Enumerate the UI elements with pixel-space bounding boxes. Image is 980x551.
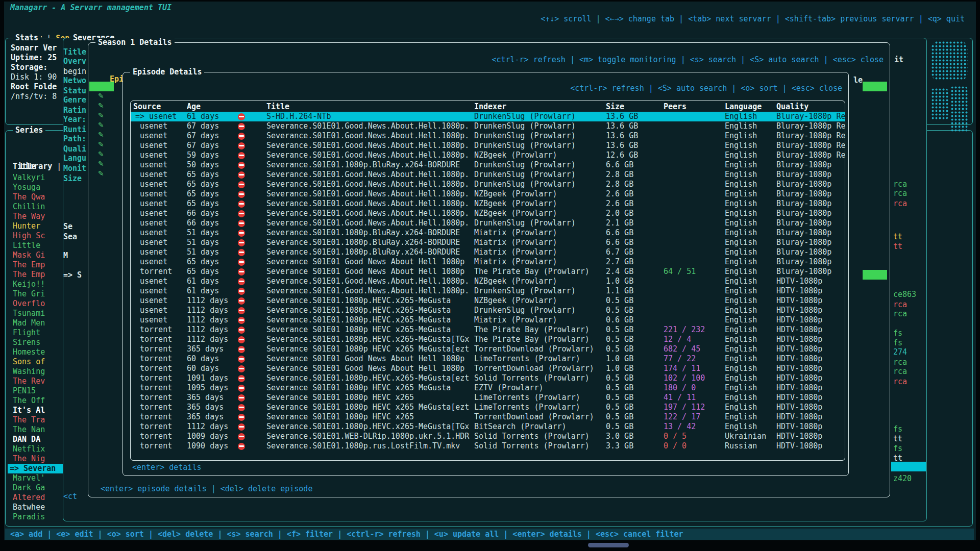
- series-row[interactable]: The Emp: [8, 260, 63, 270]
- series-row[interactable]: Marvel': [8, 473, 63, 483]
- release-row[interactable]: usenet 51 days Severance.S01E01.1080p.Bl…: [131, 228, 845, 238]
- release-row[interactable]: usenet 1112 days Severance.S01E01.1080p.…: [131, 306, 845, 315]
- no-entry-icon: [238, 181, 245, 188]
- release-row[interactable]: usenet 66 days Severance.S01E01.Good.New…: [131, 218, 845, 228]
- series-row[interactable]: Sirens: [8, 338, 63, 347]
- release-age: 61 days: [187, 277, 238, 286]
- release-row[interactable]: torrent 1095 days Severance S01E01 1080p…: [131, 383, 845, 393]
- series-row[interactable]: Homeste: [8, 347, 63, 357]
- release-row[interactable]: usenet 1112 days Severance.S01E01.1080p.…: [131, 315, 845, 325]
- release-row[interactable]: torrent 60 days Severance S01E01 Good Ne…: [131, 354, 845, 364]
- release-size: 13.6 GB: [606, 141, 664, 151]
- release-reject-cell: [238, 404, 266, 411]
- series-row[interactable]: Altered: [8, 493, 63, 503]
- release-row[interactable]: torrent 365 days Severance S01E01 1080p …: [131, 344, 845, 354]
- series-row[interactable]: Mask Gi: [8, 251, 63, 260]
- release-row[interactable]: usenet 65 days Severance.S01E01.Good.New…: [131, 170, 845, 180]
- release-row[interactable]: torrent 365 days Severance S01E01 1080p …: [131, 403, 845, 412]
- release-age: 61 days: [187, 112, 238, 121]
- series-row[interactable]: The Emp: [8, 270, 63, 280]
- series-row[interactable]: => Severan: [8, 464, 63, 473]
- series-row[interactable]: The Nig: [8, 454, 63, 464]
- release-quality: HDTV-1080p: [776, 325, 845, 335]
- series-row[interactable]: Batwhee: [8, 503, 63, 512]
- release-age: 1112 days: [187, 306, 238, 315]
- series-row[interactable]: The Off: [8, 396, 63, 406]
- release-age: 65 days: [187, 180, 238, 189]
- release-title: Severance.S01E01.Good.News.About.Hell.10…: [266, 286, 474, 296]
- release-row[interactable]: usenet 65 days Severance.S01E01.Good.New…: [131, 189, 845, 199]
- release-row[interactable]: torrent 60 days Severance S01E01 Good Ne…: [131, 364, 845, 373]
- release-row[interactable]: usenet 67 days Severance.S01E01.Good.New…: [131, 141, 845, 151]
- series-row[interactable]: The Gri: [8, 289, 63, 299]
- release-row[interactable]: usenet 61 days Severance.S01E01.Good.New…: [131, 286, 845, 296]
- series-row[interactable]: Valkyri: [8, 173, 63, 183]
- release-language: English: [725, 170, 776, 180]
- release-language: English: [725, 238, 776, 247]
- series-row[interactable]: The Nan: [8, 425, 63, 435]
- series-row[interactable]: Washing: [8, 367, 63, 377]
- release-row[interactable]: usenet 51 days Severance.S01E01.1080p.Bl…: [131, 247, 845, 257]
- release-language: English: [725, 218, 776, 228]
- release-age: 65 days: [187, 199, 238, 209]
- series-row[interactable]: Flight: [8, 328, 63, 338]
- series-row[interactable]: The Tra: [8, 415, 63, 425]
- series-row[interactable]: Little: [8, 241, 63, 251]
- release-source: torrent: [133, 383, 187, 393]
- series-row[interactable]: The Rev: [8, 377, 63, 386]
- release-quality: HDTV-1080p: [776, 344, 845, 354]
- release-language: English: [725, 315, 776, 325]
- series-row[interactable]: Netflix: [8, 444, 63, 454]
- release-row[interactable]: torrent 365 days Severance S01E01 1080p …: [131, 393, 845, 403]
- release-row[interactable]: usenet 50 days Severance.S01E01.1080p.Bl…: [131, 160, 845, 170]
- no-entry-icon: [238, 346, 245, 353]
- series-row[interactable]: Yosuga: [8, 183, 63, 192]
- series-row[interactable]: Chillin: [8, 202, 63, 212]
- release-indexer: NZBgeek (Prowlarr): [474, 209, 606, 218]
- series-row[interactable]: The Way: [8, 212, 63, 221]
- release-row[interactable]: usenet 1112 days Severance.S01E01.1080p.…: [131, 296, 845, 306]
- series-row[interactable]: Overflo: [8, 299, 63, 309]
- release-peers: 221 / 232: [664, 325, 725, 335]
- release-row[interactable]: torrent 1091 days Severance.S01E01.1080p…: [131, 373, 845, 383]
- series-row[interactable]: The Qwa: [8, 192, 63, 202]
- release-row[interactable]: torrent 1112 days Severance.S01E01.1080p…: [131, 335, 845, 344]
- release-row[interactable]: torrent 1009 days Severance.S01E01.WEB-D…: [131, 432, 845, 441]
- release-quality: Bluray-1080p: [776, 247, 845, 257]
- release-row[interactable]: usenet 51 days Severance.S01E01.1080p.Bl…: [131, 238, 845, 247]
- series-row[interactable]: Mad Men: [8, 318, 63, 328]
- series-row[interactable]: Paradis: [8, 512, 63, 522]
- release-title: Severance S01E01 Good News About Hell 10…: [266, 267, 474, 277]
- release-source: torrent: [133, 344, 187, 354]
- release-row[interactable]: torrent 1112 days Severance S01E01 1080p…: [131, 325, 845, 335]
- release-row[interactable]: usenet 65 days Severance.S01E01.Good.New…: [131, 199, 845, 209]
- series-row[interactable]: Sons of: [8, 357, 63, 367]
- release-indexer: DrunkenSlug (Prowlarr): [474, 180, 606, 189]
- series-row[interactable]: PEN15: [8, 386, 63, 396]
- series-row[interactable]: Tsunami: [8, 309, 63, 318]
- release-quality: Bluray-1080p Re: [776, 131, 845, 141]
- release-row[interactable]: usenet 65 days Severance S01E01 Good New…: [131, 257, 845, 267]
- column-header: Language: [725, 102, 776, 112]
- release-reject-cell: [238, 201, 266, 208]
- release-indexer: TorrentDownload (Prowlarr): [474, 344, 606, 354]
- release-row[interactable]: torrent 1090 days Severance.S01E01.1080p…: [131, 441, 845, 451]
- release-row[interactable]: usenet 67 days Severance.S01E01.Good.New…: [131, 131, 845, 141]
- release-row[interactable]: usenet 67 days Severance.S01E01.Good.New…: [131, 121, 845, 131]
- series-row[interactable]: Hunter: [8, 221, 63, 231]
- series-row[interactable]: Keijo!!: [8, 280, 63, 289]
- release-row[interactable]: usenet 65 days Severance.S01E01.Good.New…: [131, 180, 845, 189]
- series-row[interactable]: It's Al: [8, 406, 63, 415]
- release-row[interactable]: torrent 1112 days Severance.S01E01.1080p…: [131, 422, 845, 432]
- release-row[interactable]: => usenet 61 days S-HD.H.264-NTb Drunken…: [131, 112, 845, 121]
- release-size: 6.6 GB: [606, 228, 664, 238]
- release-row[interactable]: torrent 365 days Severance S01E01 1080p …: [131, 412, 845, 422]
- series-row[interactable]: DAN DA: [8, 435, 63, 444]
- series-row[interactable]: Dark Ga: [8, 483, 63, 493]
- release-row[interactable]: usenet 66 days Severance.S01E01.Good.New…: [131, 209, 845, 218]
- release-reject-cell: [238, 297, 266, 305]
- series-row[interactable]: High Sc: [8, 231, 63, 241]
- release-row[interactable]: torrent 65 days Severance S01E01 Good Ne…: [131, 267, 845, 277]
- release-row[interactable]: usenet 59 days Severance.S01E01.Good.New…: [131, 151, 845, 160]
- release-row[interactable]: usenet 61 days Severance.S01E01.Good.New…: [131, 277, 845, 286]
